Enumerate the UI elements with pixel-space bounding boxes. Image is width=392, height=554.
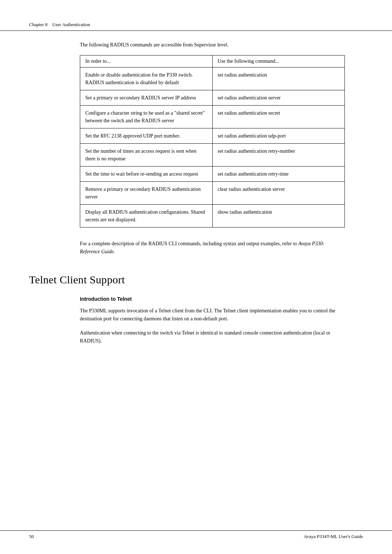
footer-note-text-before: For a complete description of the RADIUS… bbox=[80, 241, 298, 246]
radius-commands-table: In order to... Use the following command… bbox=[80, 55, 345, 227]
page-footer: 50 Avaya P334T-ML User's Guide bbox=[0, 530, 392, 539]
footer-note: For a complete description of the RADIUS… bbox=[0, 234, 392, 262]
table-cell-description: Set a primary or secondary RADIUS server… bbox=[80, 90, 213, 106]
table-cell-command: set radius authentication server bbox=[212, 90, 345, 106]
table-row: Remove a primary or secondary RADIUS aut… bbox=[80, 182, 345, 205]
table-cell-command: clear radius authentication server bbox=[212, 182, 345, 205]
table-cell-command: set radius authentication udp-port bbox=[212, 128, 345, 144]
table-row: Enable or disable authentication for the… bbox=[80, 67, 345, 90]
table-cell-description: Display all RADIUS authentication config… bbox=[80, 205, 213, 227]
table-cell-description: Set the time to wait before re-sending a… bbox=[80, 167, 213, 182]
table-row: Display all RADIUS authentication config… bbox=[80, 205, 345, 227]
table-cell-description: Enable or disable authentication for the… bbox=[80, 67, 213, 90]
table-cell-description: Remove a primary or secondary RADIUS aut… bbox=[80, 182, 213, 205]
table-cell-command: show radius authentication bbox=[212, 205, 345, 227]
table-header-row: In order to... Use the following command… bbox=[80, 56, 345, 67]
col2-header: Use the following command... bbox=[212, 56, 345, 67]
table-row: Configure a character string to be used … bbox=[80, 106, 345, 128]
table-cell-description: Configure a character string to be used … bbox=[80, 106, 213, 128]
intro-paragraph: The following RADIUS commands are access… bbox=[0, 41, 392, 55]
page-header: Chapter 8 User Authentication bbox=[0, 22, 392, 31]
table-body: Enable or disable authentication for the… bbox=[80, 67, 345, 227]
table-row: Set the number of times an access reques… bbox=[80, 144, 345, 167]
table-cell-command: set radius authentication bbox=[212, 67, 345, 90]
intro-text: The following RADIUS commands are access… bbox=[80, 42, 228, 48]
table-cell-description: Set the number of times an access reques… bbox=[80, 144, 213, 167]
chapter-title: User Authentication bbox=[52, 22, 90, 27]
table-row: Set the time to wait before re-sending a… bbox=[80, 167, 345, 182]
product-name: Avaya P334T-ML User's Guide bbox=[304, 534, 363, 539]
table-cell-description: Set the RFC 2138 approved UDP port numbe… bbox=[80, 128, 213, 144]
telnet-para2: Authentication when connecting to the sw… bbox=[0, 327, 392, 349]
telnet-para1: The P330ML supports invocation of a Teln… bbox=[0, 305, 392, 327]
col1-header: In order to... bbox=[80, 56, 213, 67]
telnet-subsection-title: Introduction to Telnet bbox=[0, 290, 392, 305]
table-cell-command: set radius authentication retry-number bbox=[212, 144, 345, 167]
radius-commands-table-wrapper: In order to... Use the following command… bbox=[0, 55, 392, 234]
table-cell-command: set radius authentication secret bbox=[212, 106, 345, 128]
table-cell-command: set radius authentication retry-time bbox=[212, 167, 345, 182]
footer-note-text-after: . bbox=[114, 249, 115, 254]
page: Chapter 8 User Authentication The follow… bbox=[0, 0, 392, 554]
table-row: Set a primary or secondary RADIUS server… bbox=[80, 90, 345, 106]
chapter-label: Chapter 8 User Authentication bbox=[29, 22, 90, 28]
page-number: 50 bbox=[29, 534, 34, 539]
table-row: Set the RFC 2138 approved UDP port numbe… bbox=[80, 128, 345, 144]
chapter-number: Chapter 8 bbox=[29, 22, 48, 27]
telnet-section-title: Telnet Client Support bbox=[0, 262, 392, 290]
